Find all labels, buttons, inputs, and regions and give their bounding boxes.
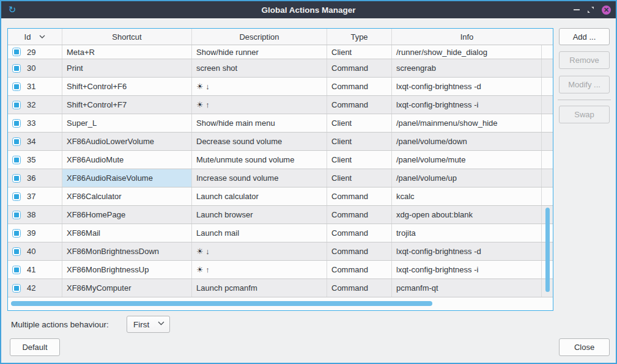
cell-shortcut[interactable]: XF86AudioMute: [62, 151, 192, 169]
cell-description[interactable]: Show/hide main menu: [192, 114, 327, 132]
restore-icon[interactable]: [587, 6, 594, 13]
cell-shortcut[interactable]: XF86AudioRaiseVolume: [62, 169, 192, 187]
column-header-info[interactable]: Info: [392, 29, 542, 45]
cell-type[interactable]: Client: [327, 114, 392, 132]
cell-info[interactable]: lxqt-config-brightness -d: [392, 78, 542, 95]
cell-info[interactable]: screengrab: [392, 59, 542, 77]
row-checkbox[interactable]: [12, 284, 21, 293]
cell-info[interactable]: /runner/show_hide_dialog: [392, 45, 542, 59]
row-checkbox[interactable]: [12, 266, 21, 274]
cell-description[interactable]: Launch calculator: [192, 187, 327, 205]
behaviour-select[interactable]: First: [127, 316, 170, 333]
horizontal-scrollbar[interactable]: [11, 301, 432, 306]
cell-description[interactable]: Mute/unmute sound volume: [192, 151, 327, 169]
cell-type[interactable]: Command: [327, 78, 392, 95]
row-checkbox[interactable]: [12, 156, 21, 164]
cell-shortcut[interactable]: Print: [62, 59, 192, 77]
close-button[interactable]: Close: [559, 338, 610, 356]
table-row[interactable]: 42XF86MyComputerLaunch pcmanfmCommandpcm…: [8, 279, 553, 297]
row-checkbox[interactable]: [12, 64, 21, 73]
cell-description[interactable]: Increase sound volume: [192, 169, 327, 187]
table-row[interactable]: 34XF86AudioLowerVolumeDecrease sound vol…: [8, 133, 553, 151]
column-header-description[interactable]: Description: [192, 29, 327, 45]
table-row[interactable]: 36XF86AudioRaiseVolumeIncrease sound vol…: [8, 169, 553, 187]
cell-info[interactable]: lxqt-config-brightness -d: [392, 242, 542, 260]
cell-info[interactable]: kcalc: [392, 187, 542, 205]
swap-button[interactable]: Swap: [559, 106, 610, 123]
table-row[interactable]: 31Shift+Control+F6☀ ↓Commandlxqt-config-…: [8, 78, 553, 96]
cell-shortcut[interactable]: XF86Mail: [62, 224, 192, 242]
close-icon[interactable]: ✕: [602, 5, 611, 15]
column-header-id[interactable]: Id: [8, 29, 62, 45]
cell-shortcut[interactable]: XF86Calculator: [62, 187, 192, 205]
cell-type[interactable]: Command: [327, 261, 392, 278]
cell-shortcut[interactable]: XF86AudioLowerVolume: [62, 133, 192, 150]
table-row[interactable]: 39XF86MailLaunch mailCommandtrojita: [8, 224, 553, 242]
cell-type[interactable]: Client: [327, 151, 392, 169]
table-row[interactable]: 33Super_LShow/hide main menuClient/panel…: [8, 114, 553, 133]
cell-shortcut[interactable]: Meta+R: [62, 45, 192, 59]
table-row[interactable]: 30Printscreen shotCommandscreengrab: [8, 59, 553, 78]
row-checkbox[interactable]: [12, 229, 21, 238]
table-row[interactable]: 32Shift+Control+F7☀ ↑Commandlxqt-config-…: [8, 96, 553, 114]
cell-type[interactable]: Client: [327, 45, 392, 59]
table-row[interactable]: 29Meta+RShow/hide runnerClient/runner/sh…: [8, 45, 553, 59]
row-checkbox[interactable]: [12, 137, 21, 146]
row-checkbox[interactable]: [12, 119, 21, 128]
add-button[interactable]: Add ...: [559, 28, 610, 45]
modify-button[interactable]: Modify ...: [559, 76, 610, 93]
cell-info[interactable]: trojita: [392, 224, 542, 242]
cell-type[interactable]: Client: [327, 133, 392, 150]
cell-type[interactable]: Command: [327, 206, 392, 224]
cell-info[interactable]: xdg-open about:blank: [392, 206, 542, 224]
cell-description[interactable]: ☀ ↓: [192, 78, 327, 95]
table-row[interactable]: 35XF86AudioMuteMute/unmute sound volumeC…: [8, 151, 553, 169]
cell-info[interactable]: lxqt-config-brightness -i: [392, 96, 542, 114]
row-checkbox[interactable]: [12, 247, 21, 256]
cell-description[interactable]: ☀ ↓: [192, 242, 327, 260]
row-checkbox[interactable]: [12, 101, 21, 109]
table-row[interactable]: 41XF86MonBrightnessUp☀ ↑Commandlxqt-conf…: [8, 261, 553, 279]
cell-type[interactable]: Command: [327, 242, 392, 260]
cell-description[interactable]: Launch browser: [192, 206, 327, 224]
cell-shortcut[interactable]: XF86HomePage: [62, 206, 192, 224]
cell-description[interactable]: Show/hide runner: [192, 45, 327, 59]
cell-shortcut[interactable]: Shift+Control+F6: [62, 78, 192, 95]
cell-description[interactable]: Launch mail: [192, 224, 327, 242]
cell-type[interactable]: Command: [327, 187, 392, 205]
row-checkbox[interactable]: [12, 48, 21, 56]
cell-shortcut[interactable]: Shift+Control+F7: [62, 96, 192, 114]
column-header-type[interactable]: Type: [327, 29, 392, 45]
row-checkbox[interactable]: [12, 82, 21, 91]
remove-button[interactable]: Remove: [559, 51, 610, 69]
cell-shortcut[interactable]: Super_L: [62, 114, 192, 132]
vertical-scrollbar[interactable]: [545, 208, 550, 292]
table-row[interactable]: 40XF86MonBrightnessDown☀ ↓Commandlxqt-co…: [8, 242, 553, 261]
minimize-icon[interactable]: [574, 9, 580, 10]
table-row[interactable]: 37XF86CalculatorLaunch calculatorCommand…: [8, 187, 553, 206]
column-header-shortcut[interactable]: Shortcut: [62, 29, 192, 45]
cell-shortcut[interactable]: XF86MyComputer: [62, 279, 192, 297]
row-checkbox[interactable]: [12, 211, 21, 219]
cell-description[interactable]: ☀ ↑: [192, 96, 327, 114]
cell-type[interactable]: Command: [327, 279, 392, 297]
cell-info[interactable]: /panel/volume/mute: [392, 151, 542, 169]
cell-description[interactable]: screen shot: [192, 59, 327, 77]
cell-description[interactable]: Decrease sound volume: [192, 133, 327, 150]
cell-type[interactable]: Command: [327, 224, 392, 242]
cell-shortcut[interactable]: XF86MonBrightnessUp: [62, 261, 192, 278]
default-button[interactable]: Default: [10, 338, 60, 356]
cell-info[interactable]: /panel/volume/up: [392, 169, 542, 187]
row-checkbox[interactable]: [12, 174, 21, 183]
titlebar[interactable]: ↻ Global Actions Manager ✕: [1, 1, 616, 18]
cell-description[interactable]: ☀ ↑: [192, 261, 327, 278]
cell-info[interactable]: pcmanfm-qt: [392, 279, 542, 297]
cell-info[interactable]: lxqt-config-brightness -i: [392, 261, 542, 278]
cell-type[interactable]: Command: [327, 96, 392, 114]
cell-shortcut[interactable]: XF86MonBrightnessDown: [62, 242, 192, 260]
table-row[interactable]: 38XF86HomePageLaunch browserCommandxdg-o…: [8, 206, 553, 224]
cell-type[interactable]: Command: [327, 59, 392, 77]
cell-description[interactable]: Launch pcmanfm: [192, 279, 327, 297]
row-checkbox[interactable]: [12, 192, 21, 201]
cell-info[interactable]: /panel/mainmenu/show_hide: [392, 114, 542, 132]
